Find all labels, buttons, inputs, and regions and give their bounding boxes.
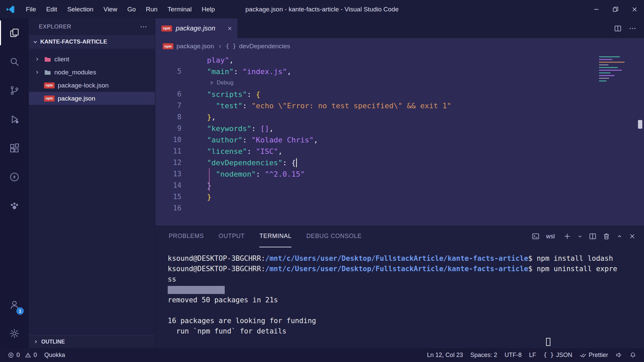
project-header[interactable]: KANTE-FACTS-ARTICLE <box>29 35 155 49</box>
kill-terminal-icon[interactable] <box>602 232 610 240</box>
thunder-client-icon[interactable] <box>0 163 29 191</box>
tab-label: package.json <box>176 24 215 32</box>
feedback-icon <box>615 352 622 358</box>
formatter-label: Prettier <box>589 352 608 359</box>
terminal-profile-dropdown-icon[interactable] <box>577 233 583 239</box>
menu-item-file[interactable]: File <box>21 0 41 18</box>
run-debug-icon[interactable] <box>0 105 29 134</box>
panel-tab-problems[interactable]: PROBLEMS <box>169 225 204 247</box>
explorer-item-package.json[interactable]: package.json <box>29 92 155 105</box>
codelens-debug[interactable]: Debug <box>210 79 233 86</box>
explorer-icon[interactable] <box>0 18 29 47</box>
code-line[interactable]: 13 "nodemon": "^2.0.15" <box>155 168 644 180</box>
breadcrumb-file[interactable]: package.json <box>176 43 214 50</box>
cursor-position-status[interactable]: Ln 12, Col 23 <box>423 352 467 359</box>
extensions-icon[interactable] <box>0 134 29 163</box>
explorer-item-node_modules[interactable]: node_modules <box>29 66 155 79</box>
prompt-symbol: $ <box>528 254 537 262</box>
code-line[interactable]: 9"keywords": [], <box>155 123 644 134</box>
prompt-user: ksound@DESKTOP-3BGCHRR: <box>168 254 265 262</box>
new-terminal-icon[interactable] <box>563 232 571 240</box>
language-status[interactable]: { } JSON <box>540 352 576 359</box>
terminal-content[interactable]: ksound@DESKTOP-3BGCHRR:/mnt/c/Users/user… <box>155 247 644 348</box>
maximize-panel-icon[interactable] <box>616 233 623 240</box>
warning-icon <box>25 352 31 358</box>
code-editor[interactable]: play",5"main": "index.js",Debug6"scripts… <box>155 54 644 225</box>
editor-more-actions-icon[interactable] <box>629 24 637 33</box>
code-line[interactable]: 16 <box>155 202 644 214</box>
account-icon[interactable]: 1 <box>0 290 29 319</box>
code-line[interactable]: 12"devDependencies": { <box>155 157 644 168</box>
search-icon[interactable] <box>0 47 29 76</box>
minimize-button[interactable] <box>587 0 606 18</box>
formatter-status[interactable]: Prettier <box>576 352 612 359</box>
line-number: 10 <box>155 136 181 144</box>
menu-item-view[interactable]: View <box>99 0 122 18</box>
eol-label: LF <box>529 352 536 359</box>
code-line[interactable]: 5"main": "index.js", <box>155 66 644 77</box>
menu-item-go[interactable]: Go <box>122 0 141 18</box>
menu-item-terminal[interactable]: Terminal <box>163 0 197 18</box>
feedback-status[interactable] <box>612 352 626 358</box>
panel: PROBLEMSOUTPUTTERMINALDEBUG CONSOLE wsl <box>155 225 644 348</box>
panel-tab-debug-console[interactable]: DEBUG CONSOLE <box>306 225 362 247</box>
minimap-line <box>599 78 609 79</box>
menu-item-help[interactable]: Help <box>197 0 220 18</box>
code-line[interactable]: 6"scripts": { <box>155 88 644 100</box>
chevron-right-icon <box>33 339 39 345</box>
chevron-right-icon <box>34 69 41 75</box>
menu-item-run[interactable]: Run <box>141 0 163 18</box>
settings-gear-icon[interactable] <box>0 319 29 348</box>
panel-tab-output[interactable]: OUTPUT <box>219 225 245 247</box>
menu-item-selection[interactable]: Selection <box>62 0 98 18</box>
tab-package-json[interactable]: package.json <box>155 18 237 38</box>
outline-section[interactable]: OUTLINE <box>29 335 155 348</box>
quokka-status[interactable]: Quokka <box>41 348 69 362</box>
terminal-cursor <box>546 338 550 346</box>
explorer-item-client[interactable]: client <box>29 53 155 66</box>
indentation-status[interactable]: Spaces: 2 <box>467 352 501 359</box>
problems-status[interactable]: 0 0 <box>4 348 41 362</box>
error-count: 0 <box>16 352 20 359</box>
code-line[interactable]: 14} <box>155 180 644 191</box>
tab-bar: package.json <box>155 18 644 38</box>
panel-tab-terminal[interactable]: TERMINAL <box>259 225 291 247</box>
code-line[interactable]: 7 "test": "echo \"Error: no test specifi… <box>155 100 644 111</box>
restore-button[interactable] <box>606 0 625 18</box>
paw-icon[interactable] <box>0 191 29 220</box>
code-line[interactable]: 8}, <box>155 111 644 123</box>
split-terminal-icon[interactable] <box>589 232 597 240</box>
code-line[interactable]: 10"author": "Kolade Chris", <box>155 134 644 145</box>
terminal-line: run `npm fund` for details <box>168 326 644 337</box>
file-label: package.json <box>58 95 95 102</box>
minimap-line <box>599 75 614 76</box>
file-label: node_modules <box>54 69 96 76</box>
close-tab-icon[interactable] <box>227 25 233 32</box>
split-editor-icon[interactable] <box>614 24 622 33</box>
close-panel-icon[interactable] <box>629 233 636 240</box>
eol-status[interactable]: LF <box>525 352 540 359</box>
minimap[interactable] <box>599 56 636 83</box>
code-line[interactable]: play", <box>155 54 644 66</box>
breadcrumb: package.json { } devDependencies <box>155 38 644 54</box>
prompt-user: ksound@DESKTOP-3BGCHRR: <box>168 265 265 273</box>
code-line[interactable]: 15} <box>155 191 644 202</box>
menu-item-edit[interactable]: Edit <box>41 0 62 18</box>
terminal-line <box>168 337 644 347</box>
codelens-row[interactable]: Debug <box>155 77 644 88</box>
notifications-status[interactable] <box>626 352 640 358</box>
encoding-status[interactable]: UTF-8 <box>501 352 525 359</box>
explorer-item-package-lock.json[interactable]: package-lock.json <box>29 79 155 92</box>
code-line[interactable]: 11"license": "ISC", <box>155 145 644 157</box>
more-actions-icon[interactable] <box>140 23 148 31</box>
file-tree: clientnode_modulespackage-lock.jsonpacka… <box>29 49 155 105</box>
terminal-line: removed 50 packages in 21s <box>168 295 644 305</box>
shell-label[interactable]: wsl <box>546 233 555 240</box>
chevron-down-icon <box>32 39 38 45</box>
close-button[interactable] <box>625 0 644 18</box>
symbol-object-icon: { } <box>226 43 236 50</box>
quokka-label: Quokka <box>44 352 65 359</box>
breadcrumb-symbol[interactable]: devDependencies <box>239 43 290 50</box>
source-control-icon[interactable] <box>0 76 29 105</box>
scrollbar-thumb[interactable] <box>638 120 642 129</box>
